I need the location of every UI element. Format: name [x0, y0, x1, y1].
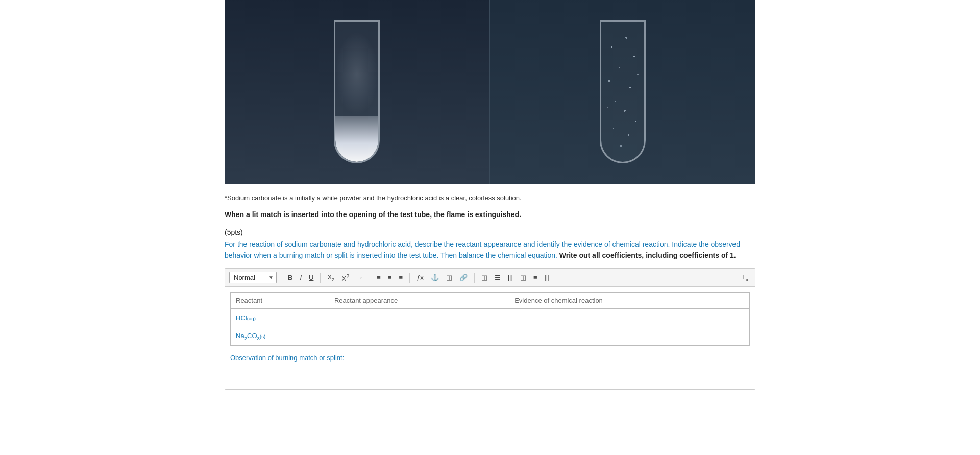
- column-button[interactable]: |||: [505, 273, 516, 282]
- table-options-button[interactable]: ☰: [492, 273, 503, 282]
- toolbar-separator-3: [370, 273, 370, 283]
- question-block: (5pts) For the reaction of sodium carbon…: [225, 228, 755, 261]
- editor-container: Normal Heading 1 Heading 2 Paragraph ▼ B…: [225, 268, 755, 390]
- format-select[interactable]: Normal Heading 1 Heading 2 Paragraph: [229, 272, 277, 283]
- editor-toolbar: Normal Heading 1 Heading 2 Paragraph ▼ B…: [225, 269, 755, 287]
- question-text: For the reaction of sodium carbonate and…: [225, 238, 755, 261]
- format-select-wrapper[interactable]: Normal Heading 1 Heading 2 Paragraph ▼: [229, 272, 277, 283]
- reactant-hcl: HCl(aq): [231, 309, 329, 327]
- toolbar-separator-2: [320, 273, 321, 283]
- table-header-appearance: Reactant appearance: [329, 293, 509, 309]
- question-text-bold: Write out all coefficients, including co…: [559, 251, 736, 259]
- image-button[interactable]: ◫: [444, 273, 455, 282]
- toolbar-separator-4: [409, 273, 410, 283]
- observation-label: Observation of burning match or splint:: [230, 352, 750, 364]
- align-right-button[interactable]: ≡: [531, 273, 540, 282]
- question-pts: (5pts): [225, 228, 755, 236]
- hcl-evidence[interactable]: [509, 309, 750, 327]
- toolbar-separator-5: [474, 273, 475, 283]
- unordered-list-button[interactable]: ≡: [385, 273, 395, 282]
- test-tube-right-container: [490, 0, 755, 184]
- table-insert-button[interactable]: ◫: [479, 273, 490, 282]
- footnote: *Sodium carbonate is a initially a white…: [225, 193, 755, 203]
- table-header-evidence: Evidence of chemical reaction: [509, 293, 750, 309]
- test-tube-left-container: [225, 0, 490, 184]
- na2co3-evidence[interactable]: [509, 327, 750, 346]
- special2-button[interactable]: |||: [542, 273, 552, 282]
- align-button[interactable]: ≡: [396, 273, 405, 282]
- superscript-button[interactable]: X2: [339, 272, 352, 283]
- underline-button[interactable]: U: [306, 273, 316, 282]
- ordered-list-button[interactable]: ≡: [374, 273, 383, 282]
- hcl-appearance[interactable]: [329, 309, 509, 327]
- test-tube-right: [600, 20, 646, 163]
- na2co3-appearance[interactable]: [329, 327, 509, 346]
- reactants-table: Reactant Reactant appearance Evidence of…: [230, 292, 750, 346]
- link-button[interactable]: 🔗: [457, 273, 470, 282]
- toolbar-separator-1: [281, 273, 281, 283]
- bold-statement: When a lit match is inserted into the op…: [225, 209, 755, 220]
- table-header-row: Reactant Reactant appearance Evidence of…: [231, 293, 750, 309]
- tube-particles: [335, 32, 378, 116]
- table-header-reactant: Reactant: [231, 293, 329, 309]
- reactant-na2co3: Na2CO3(s): [231, 327, 329, 346]
- arrow-button[interactable]: →: [354, 273, 365, 282]
- subscript-button[interactable]: X2: [325, 272, 337, 283]
- special-table-button[interactable]: ◫: [518, 273, 529, 282]
- italic-button[interactable]: I: [297, 273, 304, 282]
- white-powder: [335, 116, 378, 162]
- page-container: *Sodium carbonate is a initially a white…: [214, 0, 766, 410]
- bold-button[interactable]: B: [285, 273, 295, 282]
- editor-body[interactable]: Reactant Reactant appearance Evidence of…: [225, 287, 755, 389]
- table-row: HCl(aq): [231, 309, 750, 327]
- anchor-button[interactable]: ⚓: [428, 273, 442, 282]
- formula-button[interactable]: ƒx: [414, 273, 426, 282]
- experiment-images: [225, 0, 755, 184]
- tube-bubbles: [604, 27, 642, 162]
- table-row: Na2CO3(s): [231, 327, 750, 346]
- clear-formatting-button[interactable]: Tx: [739, 272, 751, 283]
- test-tube-left: [334, 20, 380, 163]
